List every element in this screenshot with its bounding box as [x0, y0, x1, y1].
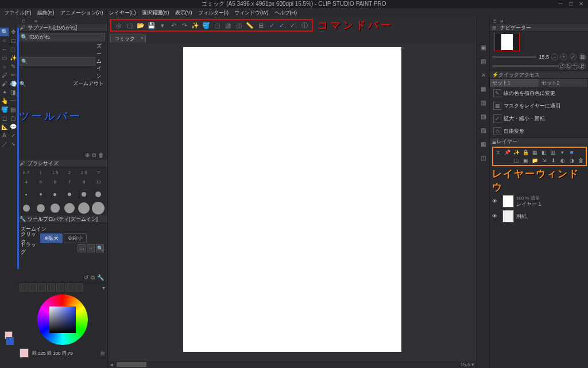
new-raster-layer-icon[interactable]: ▢ — [513, 157, 520, 164]
menu-filter[interactable]: フィルター(I) — [196, 9, 231, 17]
deselect-icon[interactable]: ▧ — [223, 20, 233, 30]
layer-lock-icon[interactable]: 🔒 — [522, 149, 529, 156]
scroll-left-icon[interactable]: ◂ — [110, 362, 113, 367]
document-tab[interactable]: コミック× — [110, 34, 146, 43]
snap-special-icon[interactable]: ✓. — [277, 20, 288, 30]
size-dot[interactable] — [34, 202, 47, 214]
canvas[interactable] — [183, 47, 401, 352]
layer-row[interactable]: 👁 用紙 — [490, 209, 588, 224]
ruler-tool-icon[interactable]: 📐 — [0, 122, 9, 131]
save-toolprop-icon[interactable]: ⧉ — [91, 274, 95, 281]
qa-item[interactable]: ▦マスクをレイヤーに適用 — [490, 99, 588, 112]
size-label[interactable]: 7 — [63, 178, 76, 186]
brightness-tool-icon[interactable]: ☼ — [0, 62, 9, 71]
rotate-slider[interactable] — [492, 65, 558, 67]
snap-grid-icon[interactable]: ✓' — [288, 20, 299, 30]
rotate-ccw-icon[interactable]: ↺ — [558, 63, 565, 70]
gradient-tool-icon[interactable]: ▤ — [9, 105, 17, 114]
menu-edit[interactable]: 編集(E) — [36, 9, 56, 17]
size-label[interactable]: 1.5 — [48, 168, 61, 177]
new-folder-icon[interactable]: 📁 — [531, 157, 539, 164]
drag-option-b-icon[interactable]: ↔ — [87, 244, 95, 252]
fill-cmd-icon[interactable]: 🪣 — [201, 20, 211, 30]
qa-item[interactable]: ✎線の色を描画色に変更 — [490, 87, 588, 99]
color-history-icon[interactable]: ▤ — [100, 351, 105, 356]
wrench2-icon[interactable]: 🔧 — [97, 274, 104, 281]
add-subtool-icon[interactable]: ⊕ — [85, 152, 90, 159]
fit-button[interactable]: ⤢ — [570, 53, 577, 60]
invert-sel-icon[interactable]: ◫ — [234, 20, 244, 30]
canvas-viewport[interactable] — [108, 43, 477, 361]
collapse-right-icon[interactable]: ≡ — [493, 18, 497, 24]
layer-mask2-icon[interactable]: ◐ — [559, 157, 566, 164]
size-dot[interactable] — [20, 202, 33, 214]
zoom-dropdown-icon[interactable]: ▾ — [471, 362, 474, 367]
size-label[interactable]: 6 — [48, 178, 61, 186]
zoom-in-label[interactable]: ズームイン — [95, 43, 105, 80]
layer-row[interactable]: 👁 100 % 通常レイヤー 1 — [490, 194, 588, 209]
redo-icon[interactable]: ↷ — [179, 20, 189, 30]
save-dropdown-icon[interactable]: ▾ — [157, 20, 168, 30]
flip-h-icon[interactable]: ⇋ — [572, 63, 579, 70]
size-dot[interactable] — [78, 202, 91, 214]
drag-option-c-icon[interactable]: 🔍 — [96, 244, 104, 252]
minimize-button[interactable]: ─ — [556, 0, 565, 7]
menu-help[interactable]: ヘルプ(H) — [273, 9, 299, 17]
qa-set2-tab[interactable]: セット2 — [539, 79, 589, 87]
clipstudio-icon[interactable]: ◎ — [114, 20, 124, 30]
color-tab-a-icon[interactable] — [20, 283, 28, 292]
menu-window[interactable]: ウィンドウ(W) — [233, 9, 270, 17]
size-label[interactable]: 0.7 — [20, 168, 33, 177]
balloon-tool-icon[interactable]: 💬 — [9, 122, 17, 131]
help-cmd-icon[interactable]: ⓘ — [299, 20, 310, 30]
zoom-out-label[interactable]: ズームアウト — [72, 80, 105, 87]
dock-a-icon[interactable]: ▣ — [479, 43, 488, 52]
visibility-icon[interactable]: 👁 — [492, 198, 500, 204]
selection-frame-icon[interactable]: ▢ — [212, 20, 222, 30]
menu-select[interactable]: 選択範囲(S) — [140, 9, 171, 17]
airbrush-tool-icon[interactable]: 💨 — [9, 79, 17, 88]
snap-icon[interactable]: ⊞ — [256, 20, 266, 30]
layer-mask-icon[interactable]: ▥ — [550, 149, 557, 156]
size-dot[interactable] — [48, 188, 61, 201]
frame-tool-icon[interactable]: ▢ — [9, 114, 17, 122]
navigator-thumbnail[interactable] — [494, 33, 520, 51]
zoom-slider[interactable] — [492, 56, 536, 58]
color-tab-e-icon[interactable] — [56, 283, 64, 292]
color-tab-c-icon[interactable] — [38, 283, 46, 292]
new-file-icon[interactable]: ▢ — [125, 20, 135, 30]
wand-tool-icon[interactable]: ✨ — [9, 53, 17, 62]
clear-icon[interactable]: ✨ — [190, 20, 200, 30]
dock-d-icon[interactable]: ▦ — [479, 84, 488, 93]
size-dot[interactable] — [63, 188, 76, 201]
menu-layer[interactable]: レイヤー(L) — [107, 9, 138, 17]
eyedropper-tool-icon[interactable]: ✎ — [9, 62, 17, 71]
delete-subtool-icon[interactable]: 🗑 — [98, 152, 104, 159]
smudge-tool-icon[interactable]: 〰 — [9, 97, 17, 105]
size-label[interactable]: 5 — [34, 178, 47, 186]
layer-thumbnail[interactable] — [502, 210, 514, 223]
layer-thumbnail[interactable] — [502, 195, 514, 208]
dock-c-icon[interactable]: ✕ — [479, 70, 488, 79]
size-label[interactable]: 3 — [92, 168, 105, 177]
marquee-tool-icon[interactable]: ▭ — [0, 53, 9, 62]
snap-ruler-icon[interactable]: ✓ — [266, 20, 277, 30]
right-arrow-icon[interactable]: » — [500, 18, 504, 24]
size-dot[interactable] — [34, 188, 47, 201]
dock-e-icon[interactable]: ▥ — [479, 98, 488, 107]
subtool-active-display[interactable]: 🔍 — [20, 33, 105, 41]
qa-item[interactable]: ◇自由変形 — [490, 125, 588, 137]
undo-icon[interactable]: ↶ — [168, 20, 179, 30]
dock-b-icon[interactable]: ▤ — [479, 56, 488, 66]
size-dot[interactable] — [78, 188, 91, 201]
maximize-button[interactable]: □ — [566, 0, 575, 7]
size-dot[interactable] — [92, 202, 105, 214]
layer-clip-icon[interactable]: ◧ — [540, 149, 548, 156]
menu-file[interactable]: ファイル(F) — [2, 9, 33, 17]
figure-tool-icon[interactable]: ◻ — [0, 114, 9, 122]
close-tab-icon[interactable]: × — [141, 35, 144, 41]
color-wheel[interactable] — [37, 294, 88, 345]
close-window-button[interactable]: ✕ — [577, 0, 586, 7]
visibility-icon[interactable]: 👁 — [492, 213, 500, 219]
brush-tool-icon[interactable]: 🖌 — [0, 79, 9, 88]
